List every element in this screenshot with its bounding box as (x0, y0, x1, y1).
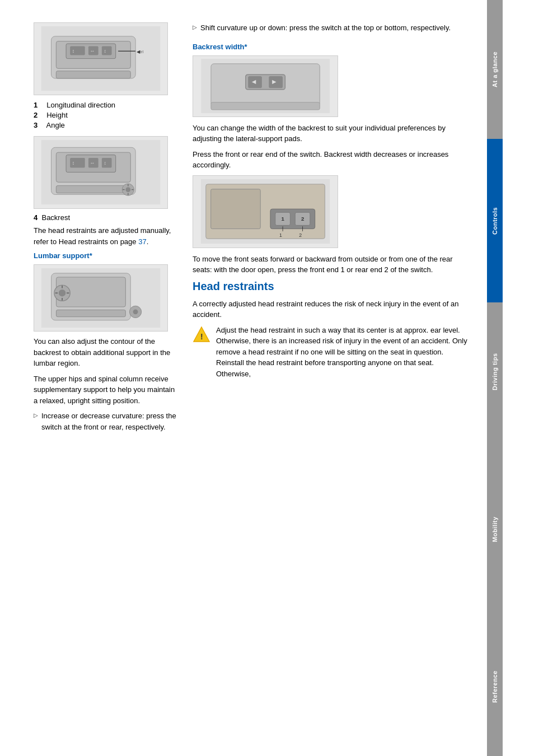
sidebar-tab-controls[interactable]: Controls (487, 139, 503, 302)
svg-text:◄: ◄ (250, 78, 257, 86)
svg-rect-24 (56, 186, 130, 193)
svg-text:↕: ↕ (104, 161, 106, 166)
svg-rect-6 (102, 46, 112, 55)
svg-text:↔: ↔ (90, 161, 95, 166)
svg-point-35 (59, 290, 65, 296)
svg-text:2: 2 (301, 215, 305, 221)
shift-bullet: ▷ Shift curvature up or down: press the … (193, 22, 470, 34)
svg-text:►: ► (271, 78, 278, 86)
backrest-width-para2: Press the front or rear end of the switc… (193, 149, 470, 171)
sidebar-tab-driving[interactable]: Driving tips (487, 302, 503, 441)
sidebar: At a glance Controls Driving tips Mobili… (487, 0, 503, 756)
image-watermark-2: W6C17YM1A (166, 180, 168, 207)
svg-text:1: 1 (279, 232, 282, 238)
svg-rect-50 (211, 102, 320, 110)
sidebar-tab-mobility[interactable]: Mobility (487, 441, 503, 617)
list-item-3: 3 Angle (34, 121, 179, 129)
lumbar-image: W7C1B0601 (34, 264, 168, 332)
lumbar-para1: You can also adjust the contour of the b… (34, 336, 179, 369)
lumbar-para2: The upper hips and spinal column receive… (34, 374, 179, 407)
svg-point-42 (133, 309, 138, 314)
svg-text:↕: ↕ (104, 48, 106, 54)
lumbar-support-heading: Lumbar support* (34, 251, 179, 260)
bullet-triangle-icon-2: ▷ (193, 23, 197, 31)
svg-text:↔: ↔ (90, 48, 95, 54)
warning-icon: ! (193, 326, 210, 344)
svg-text:↕: ↕ (72, 48, 74, 54)
head-restraints-warning-box: ! Adjust the head restraint in such a wa… (193, 325, 470, 384)
seat-switch-image: 1 2 1 2 W6C0C2085 (193, 175, 338, 248)
backrest-width-image: ◄ ► W6C2F0219 (193, 55, 338, 117)
numbered-list: 1 Longitudinal direction 2 Height 3 Angl… (34, 101, 179, 129)
sidebar-tab-at-glance[interactable]: At a glance (487, 0, 503, 139)
backrest-width-para1: You can change the width of the backrest… (193, 123, 470, 144)
svg-text:↕: ↕ (72, 161, 74, 166)
seat-diagram-image: ↕ ↔ ↕ W6C17YM1A (34, 136, 168, 209)
svg-text:1: 1 (281, 215, 284, 221)
seat-forward-para: To move the front seats forward or backw… (193, 254, 470, 276)
list-item-1: 1 Longitudinal direction (34, 101, 179, 109)
bullet-triangle-icon: ▷ (34, 411, 38, 419)
image-watermark-4: W6C2F0219 (336, 90, 338, 115)
sidebar-tab-reference[interactable]: Reference (487, 617, 503, 756)
svg-rect-10 (56, 71, 130, 78)
backrest-width-heading: Backrest width* (193, 43, 470, 51)
svg-rect-40 (56, 310, 125, 316)
image-watermark-3: W7C1B0601 (166, 305, 168, 330)
page-link-37[interactable]: 37 (138, 237, 146, 246)
seat-control-top-image: ↕ ↔ ↕ ◀ ctrl W6C17YM14 (34, 22, 168, 95)
lumbar-bullet-1: ▷ Increase or decrease curvature: press … (34, 410, 179, 432)
backrest-note: The head restraints are adjusted manuall… (34, 225, 179, 247)
image-watermark-1: W6C17YM14 (166, 67, 168, 94)
svg-text:2: 2 (299, 232, 302, 238)
image-watermark-5: W6C0C2085 (336, 221, 338, 246)
svg-rect-53 (211, 189, 261, 229)
svg-rect-20 (102, 158, 112, 168)
head-restraints-warning-text: Adjust the head restraint in such a way … (216, 325, 470, 380)
svg-point-26 (125, 188, 130, 193)
head-restraints-intro: A correctly adjusted head restraint redu… (193, 298, 470, 320)
backrest-label: 4 Backrest (34, 213, 179, 222)
svg-text:ctrl: ctrl (138, 50, 143, 54)
head-restraints-heading: Head restraints (193, 280, 470, 293)
list-item-2: 2 Height (34, 111, 179, 119)
svg-text:!: ! (200, 332, 203, 341)
